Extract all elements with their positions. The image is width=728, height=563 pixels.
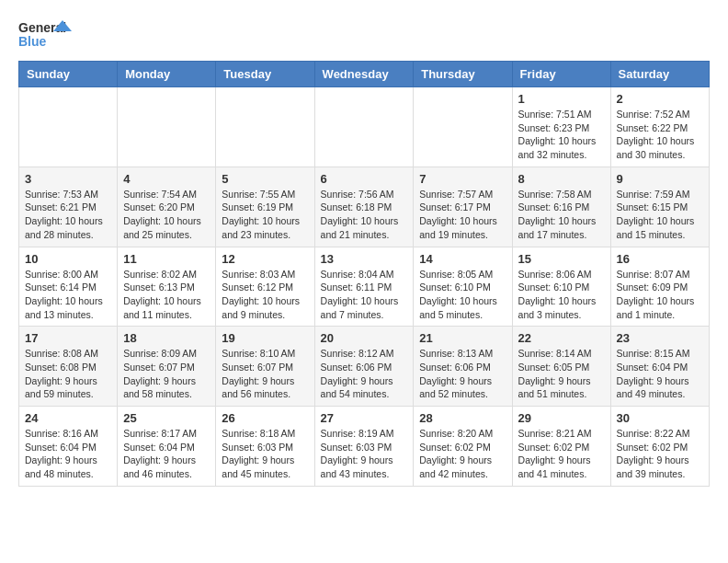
day-info: Sunrise: 8:17 AM Sunset: 6:04 PM Dayligh… xyxy=(123,427,210,481)
calendar-week-4: 17Sunrise: 8:08 AM Sunset: 6:08 PM Dayli… xyxy=(19,327,710,407)
day-number: 25 xyxy=(123,411,210,425)
day-number: 7 xyxy=(419,172,506,186)
day-number: 10 xyxy=(25,252,111,266)
calendar-cell: 27Sunrise: 8:19 AM Sunset: 6:03 PM Dayli… xyxy=(314,407,414,487)
calendar-cell: 1Sunrise: 7:51 AM Sunset: 6:23 PM Daylig… xyxy=(512,87,610,167)
weekday-header-friday: Friday xyxy=(512,62,610,87)
calendar-cell: 14Sunrise: 8:05 AM Sunset: 6:10 PM Dayli… xyxy=(414,247,512,327)
calendar-cell: 16Sunrise: 8:07 AM Sunset: 6:09 PM Dayli… xyxy=(610,247,709,327)
calendar-cell: 8Sunrise: 7:58 AM Sunset: 6:16 PM Daylig… xyxy=(512,167,610,247)
day-info: Sunrise: 8:12 AM Sunset: 6:06 PM Dayligh… xyxy=(321,347,408,401)
calendar-cell: 12Sunrise: 8:03 AM Sunset: 6:12 PM Dayli… xyxy=(216,247,314,327)
day-info: Sunrise: 8:21 AM Sunset: 6:02 PM Dayligh… xyxy=(518,427,605,481)
day-number: 15 xyxy=(518,252,605,266)
weekday-header-thursday: Thursday xyxy=(414,62,512,87)
day-number: 24 xyxy=(25,411,111,425)
weekday-header-saturday: Saturday xyxy=(610,62,709,87)
calendar-cell: 7Sunrise: 7:57 AM Sunset: 6:17 PM Daylig… xyxy=(414,167,512,247)
calendar-cell: 23Sunrise: 8:15 AM Sunset: 6:04 PM Dayli… xyxy=(610,327,709,407)
day-info: Sunrise: 7:58 AM Sunset: 6:16 PM Dayligh… xyxy=(518,188,605,242)
day-info: Sunrise: 7:52 AM Sunset: 6:22 PM Dayligh… xyxy=(617,108,703,162)
day-info: Sunrise: 8:14 AM Sunset: 6:05 PM Dayligh… xyxy=(518,347,605,401)
calendar-cell: 15Sunrise: 8:06 AM Sunset: 6:10 PM Dayli… xyxy=(512,247,610,327)
day-number: 5 xyxy=(222,172,308,186)
day-number: 17 xyxy=(25,331,111,345)
calendar-cell: 28Sunrise: 8:20 AM Sunset: 6:02 PM Dayli… xyxy=(414,407,512,487)
calendar-cell xyxy=(216,87,314,167)
weekday-header-tuesday: Tuesday xyxy=(216,62,314,87)
day-info: Sunrise: 7:55 AM Sunset: 6:19 PM Dayligh… xyxy=(222,188,308,242)
weekday-header-wednesday: Wednesday xyxy=(314,62,414,87)
day-info: Sunrise: 7:51 AM Sunset: 6:23 PM Dayligh… xyxy=(518,108,605,162)
calendar-cell: 4Sunrise: 7:54 AM Sunset: 6:20 PM Daylig… xyxy=(118,167,216,247)
calendar-cell: 18Sunrise: 8:09 AM Sunset: 6:07 PM Dayli… xyxy=(118,327,216,407)
logo: GeneralBlue xyxy=(18,18,83,52)
day-info: Sunrise: 8:09 AM Sunset: 6:07 PM Dayligh… xyxy=(123,347,210,401)
calendar-week-2: 3Sunrise: 7:53 AM Sunset: 6:21 PM Daylig… xyxy=(19,167,710,247)
calendar-cell: 11Sunrise: 8:02 AM Sunset: 6:13 PM Dayli… xyxy=(118,247,216,327)
calendar-week-1: 1Sunrise: 7:51 AM Sunset: 6:23 PM Daylig… xyxy=(19,87,710,167)
calendar-cell: 6Sunrise: 7:56 AM Sunset: 6:18 PM Daylig… xyxy=(314,167,414,247)
calendar-cell: 9Sunrise: 7:59 AM Sunset: 6:15 PM Daylig… xyxy=(610,167,709,247)
day-number: 18 xyxy=(123,331,210,345)
calendar-table: SundayMondayTuesdayWednesdayThursdayFrid… xyxy=(18,61,710,487)
day-number: 21 xyxy=(419,331,506,345)
svg-text:Blue: Blue xyxy=(18,34,47,49)
calendar-cell: 25Sunrise: 8:17 AM Sunset: 6:04 PM Dayli… xyxy=(118,407,216,487)
weekday-header-row: SundayMondayTuesdayWednesdayThursdayFrid… xyxy=(19,62,710,87)
day-info: Sunrise: 7:53 AM Sunset: 6:21 PM Dayligh… xyxy=(25,188,111,242)
day-number: 1 xyxy=(518,92,605,106)
calendar-cell: 19Sunrise: 8:10 AM Sunset: 6:07 PM Dayli… xyxy=(216,327,314,407)
day-info: Sunrise: 8:10 AM Sunset: 6:07 PM Dayligh… xyxy=(222,347,308,401)
calendar-cell: 13Sunrise: 8:04 AM Sunset: 6:11 PM Dayli… xyxy=(314,247,414,327)
day-info: Sunrise: 8:16 AM Sunset: 6:04 PM Dayligh… xyxy=(25,427,111,481)
day-number: 3 xyxy=(25,172,111,186)
calendar-cell: 3Sunrise: 7:53 AM Sunset: 6:21 PM Daylig… xyxy=(19,167,118,247)
day-number: 6 xyxy=(321,172,408,186)
calendar-cell: 29Sunrise: 8:21 AM Sunset: 6:02 PM Dayli… xyxy=(512,407,610,487)
day-info: Sunrise: 8:04 AM Sunset: 6:11 PM Dayligh… xyxy=(321,268,408,322)
calendar-cell: 10Sunrise: 8:00 AM Sunset: 6:14 PM Dayli… xyxy=(19,247,118,327)
day-info: Sunrise: 8:03 AM Sunset: 6:12 PM Dayligh… xyxy=(222,268,308,322)
day-number: 16 xyxy=(617,252,703,266)
day-info: Sunrise: 8:02 AM Sunset: 6:13 PM Dayligh… xyxy=(123,268,210,322)
day-info: Sunrise: 8:15 AM Sunset: 6:04 PM Dayligh… xyxy=(617,347,703,401)
day-info: Sunrise: 7:59 AM Sunset: 6:15 PM Dayligh… xyxy=(617,188,703,242)
day-info: Sunrise: 8:07 AM Sunset: 6:09 PM Dayligh… xyxy=(617,268,703,322)
calendar-week-3: 10Sunrise: 8:00 AM Sunset: 6:14 PM Dayli… xyxy=(19,247,710,327)
day-number: 29 xyxy=(518,411,605,425)
day-number: 27 xyxy=(321,411,408,425)
calendar-cell: 2Sunrise: 7:52 AM Sunset: 6:22 PM Daylig… xyxy=(610,87,709,167)
logo-svg: GeneralBlue xyxy=(18,18,83,52)
calendar-cell xyxy=(414,87,512,167)
day-number: 20 xyxy=(321,331,408,345)
calendar-cell: 5Sunrise: 7:55 AM Sunset: 6:19 PM Daylig… xyxy=(216,167,314,247)
day-info: Sunrise: 7:57 AM Sunset: 6:17 PM Dayligh… xyxy=(419,188,506,242)
day-number: 19 xyxy=(222,331,308,345)
day-number: 11 xyxy=(123,252,210,266)
page-header: GeneralBlue xyxy=(18,18,710,52)
day-number: 28 xyxy=(419,411,506,425)
day-number: 22 xyxy=(518,331,605,345)
day-number: 14 xyxy=(419,252,506,266)
calendar-cell: 30Sunrise: 8:22 AM Sunset: 6:02 PM Dayli… xyxy=(610,407,709,487)
day-number: 2 xyxy=(617,92,703,106)
day-info: Sunrise: 8:19 AM Sunset: 6:03 PM Dayligh… xyxy=(321,427,408,481)
calendar-cell: 17Sunrise: 8:08 AM Sunset: 6:08 PM Dayli… xyxy=(19,327,118,407)
day-number: 23 xyxy=(617,331,703,345)
day-number: 8 xyxy=(518,172,605,186)
day-info: Sunrise: 8:18 AM Sunset: 6:03 PM Dayligh… xyxy=(222,427,308,481)
day-info: Sunrise: 7:56 AM Sunset: 6:18 PM Dayligh… xyxy=(321,188,408,242)
day-number: 12 xyxy=(222,252,308,266)
calendar-cell xyxy=(314,87,414,167)
calendar-week-5: 24Sunrise: 8:16 AM Sunset: 6:04 PM Dayli… xyxy=(19,407,710,487)
day-info: Sunrise: 8:00 AM Sunset: 6:14 PM Dayligh… xyxy=(25,268,111,322)
calendar-cell: 22Sunrise: 8:14 AM Sunset: 6:05 PM Dayli… xyxy=(512,327,610,407)
day-info: Sunrise: 8:13 AM Sunset: 6:06 PM Dayligh… xyxy=(419,347,506,401)
day-number: 9 xyxy=(617,172,703,186)
day-info: Sunrise: 8:08 AM Sunset: 6:08 PM Dayligh… xyxy=(25,347,111,401)
weekday-header-monday: Monday xyxy=(118,62,216,87)
calendar-cell xyxy=(19,87,118,167)
calendar-cell xyxy=(118,87,216,167)
day-info: Sunrise: 8:22 AM Sunset: 6:02 PM Dayligh… xyxy=(617,427,703,481)
